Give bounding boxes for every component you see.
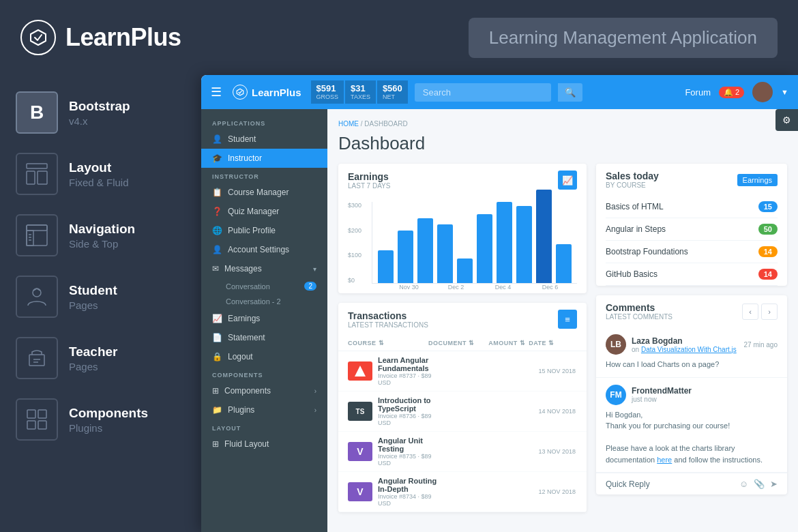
reply-attach-icon[interactable]: 📎	[754, 479, 765, 489]
earnings-badge: Earnings	[737, 174, 778, 186]
breadcrumb-home[interactable]: HOME	[338, 120, 359, 128]
breadcrumb: HOME / DASHBOARD	[338, 120, 787, 128]
student-nav-icon: 👤	[212, 134, 222, 144]
stat-net: $560 NET	[377, 80, 408, 104]
sidebar-item-text: Bootstrap v4.x	[69, 99, 130, 127]
transactions-btn[interactable]: ≡	[558, 310, 577, 329]
comments-card: Comments LATEST COMMENTS ‹ › LB	[596, 295, 787, 494]
sidebar-item-fluid-layout[interactable]: ⊞ Fluid Layout	[201, 434, 327, 454]
inner-topnav: ☰ LearnPlus $591 GROSS $31 TAXES $560 NE…	[201, 75, 798, 109]
inner-logo: LearnPlus	[233, 85, 301, 100]
earnings-icon: 📈	[212, 314, 222, 323]
sales-subtitle: BY COURSE	[606, 181, 659, 189]
sidebar-item-text: Teacher Pages	[69, 344, 117, 372]
search-input[interactable]	[415, 83, 551, 102]
sidebar-item-public-profile[interactable]: 🌐 Public Profile	[201, 221, 327, 240]
avatar-dropdown-icon[interactable]: ▼	[781, 88, 788, 96]
inner-logo-icon	[233, 85, 248, 100]
comments-title: Comments	[606, 302, 673, 313]
sidebar-item-quiz-manager[interactable]: ❓ Quiz Manager	[201, 202, 327, 221]
bar-10	[556, 244, 572, 283]
svg-rect-5	[27, 225, 47, 231]
earnings-chart-btn[interactable]: 📈	[558, 171, 577, 190]
earnings-card: Earnings LAST 7 DAYS 📈 $300 $200 $100 $0	[338, 164, 587, 293]
sales-item-3: Bootstrap Foundations 14	[606, 241, 778, 263]
sidebar-item-bootstrap[interactable]: B Bootstrap v4.x	[0, 82, 201, 143]
sidebar-item-teacher[interactable]: Teacher Pages	[0, 327, 201, 389]
row-info-4: Angular Routing In-Depth Invoice #8734 ·…	[378, 477, 442, 507]
comment-nav: ‹ ›	[742, 304, 778, 320]
inner-sidebar: APPLICATIONS 👤 Student 🎓 Instructor INST…	[201, 109, 327, 532]
sidebar-item-course-manager[interactable]: 📋 Course Manager	[201, 183, 327, 202]
plugins-icon: 📁	[212, 405, 222, 415]
dashboard-grid: Earnings LAST 7 DAYS 📈 $300 $200 $100 $0	[338, 164, 787, 512]
reply-emoji-icon[interactable]: ☺	[739, 479, 748, 489]
page-title: Dashboard	[338, 133, 787, 154]
sidebar-item-statement[interactable]: 📄 Statement	[201, 328, 327, 347]
notification-button[interactable]: 🔔 2	[719, 87, 744, 98]
sidebar-item-instructor[interactable]: 🎓 Instructor	[201, 149, 327, 168]
comment-next[interactable]: ›	[761, 304, 778, 320]
reply-send-icon[interactable]: ➤	[770, 479, 778, 489]
search-button[interactable]: 🔍	[558, 83, 582, 102]
logo-area: LearnPlus	[20, 20, 181, 55]
sidebar-item-layout[interactable]: Layout Fixed & Fluid	[0, 143, 201, 205]
svg-rect-3	[38, 171, 47, 184]
svg-marker-18	[237, 89, 243, 95]
hamburger-icon[interactable]: ☰	[211, 85, 222, 100]
bar-7	[497, 202, 512, 283]
logo-icon	[20, 20, 56, 55]
settings-gear-btn[interactable]: ⚙	[775, 109, 798, 131]
inner-body: APPLICATIONS 👤 Student 🎓 Instructor INST…	[201, 109, 798, 532]
instructor-nav-icon: 🎓	[212, 153, 222, 163]
quick-reply-icons: ☺ 📎 ➤	[739, 479, 778, 489]
bar-6	[477, 214, 492, 283]
sidebar-sub-conversation2[interactable]: Conversation - 2	[201, 294, 327, 309]
bar-3	[417, 218, 433, 283]
comment-2-avatar: FM	[606, 385, 626, 405]
transactions-card-header: Transactions LATEST TRANSACTIONS ≡	[338, 303, 587, 336]
transactions-card: Transactions LATEST TRANSACTIONS ≡ COURS…	[338, 303, 587, 512]
chart-x-labels: Nov 30 Dec 2 Dec 4 Dec 6	[382, 284, 577, 291]
sidebar-item-student[interactable]: 👤 Student	[201, 130, 327, 149]
transactions-subtitle: LATEST TRANSACTIONS	[348, 321, 428, 329]
chart-y-labels: $300 $200 $100 $0	[348, 202, 361, 284]
sidebar-item-account-settings[interactable]: 👤 Account Settings	[201, 240, 327, 259]
svg-rect-2	[27, 171, 35, 184]
table-row: TS Introduction to TypeScript Invoice #8…	[338, 391, 587, 432]
comment-link[interactable]: Data Visualization With Chart.js	[641, 346, 737, 353]
comment-prev[interactable]: ‹	[742, 304, 758, 320]
svg-marker-0	[31, 30, 46, 45]
plugins-arrow: ›	[314, 407, 316, 414]
section-components: COMPONENTS	[201, 366, 327, 381]
comment-2: FM FrontendMatter just now Hi Bogdan,Tha…	[596, 378, 787, 473]
fluid-layout-icon: ⊞	[212, 439, 219, 449]
quick-reply: Quick Reply ☺ 📎 ➤	[596, 473, 787, 494]
forum-link[interactable]: Forum	[685, 87, 711, 98]
layout-icon	[16, 153, 58, 195]
main-content: ☰ LearnPlus $591 GROSS $31 TAXES $560 NE…	[201, 75, 798, 532]
sidebar-item-earnings[interactable]: 📈 Earnings	[201, 309, 327, 328]
user-avatar[interactable]	[752, 82, 773, 102]
topnav-stats: $591 GROSS $31 TAXES $560 NET	[311, 80, 408, 104]
components-nav-icon: ⊞	[212, 386, 219, 396]
sidebar-item-components[interactable]: Components Plugins	[0, 389, 201, 450]
svg-marker-19	[355, 366, 366, 376]
comment-2-link[interactable]: here	[657, 456, 672, 464]
sidebar-item-logout[interactable]: 🔒 Logout	[201, 347, 327, 366]
sidebar-item-components[interactable]: ⊞ Components ›	[201, 381, 327, 400]
sidebar-item-navigation[interactable]: Navigation Side & Top	[0, 205, 201, 266]
public-profile-icon: 🌐	[212, 226, 222, 235]
sidebar-item-messages[interactable]: ✉ Messages ▾	[201, 259, 327, 278]
sidebar-item-text: Navigation Side & Top	[69, 222, 135, 250]
topnav-right: Forum 🔔 2 ▼	[685, 82, 788, 102]
sidebar-item-student[interactable]: Student Pages	[0, 266, 201, 327]
bar-8	[516, 206, 532, 283]
section-layout: LAYOUT	[201, 419, 327, 434]
bar-4	[437, 224, 453, 283]
sidebar-sub-conversation[interactable]: Conversation 2	[201, 278, 327, 294]
sidebar-item-plugins[interactable]: 📁 Plugins ›	[201, 400, 327, 419]
stat-taxes: $31 TAXES	[345, 80, 376, 104]
app-title: Learning Management Application	[469, 18, 778, 58]
stat-gross: $591 GROSS	[311, 80, 344, 104]
